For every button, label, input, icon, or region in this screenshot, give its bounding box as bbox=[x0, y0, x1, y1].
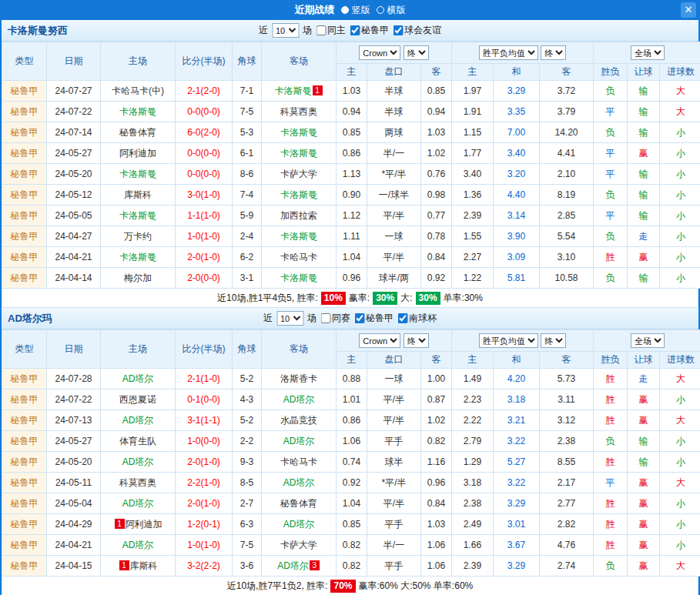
home-team-name: 阿利迪加 bbox=[126, 519, 162, 530]
filter-checkbox[interactable] bbox=[354, 313, 364, 323]
asian-home-odds-cell: 0.82 bbox=[337, 535, 367, 556]
table-row: 秘鲁甲24-07-13AD塔尔3-1(1-1)5-2水晶竞技0.86平/半1.0… bbox=[2, 410, 700, 431]
europe-away-odds-cell: 4.41 bbox=[540, 143, 594, 164]
filter-checkbox[interactable] bbox=[350, 25, 360, 35]
filter-checkbox-label: 南球杯 bbox=[409, 312, 437, 325]
layout-vertical-radio[interactable]: 竖版 bbox=[341, 4, 370, 17]
asian-away-odds-cell: 1.02 bbox=[421, 410, 452, 431]
filter-checkbox-option[interactable]: 南球杯 bbox=[397, 312, 437, 325]
away-team-name: AD塔尔 bbox=[283, 519, 315, 530]
layout-horizontal-radio[interactable]: 横版 bbox=[377, 4, 406, 17]
goals-result-cell: 大 bbox=[660, 369, 700, 389]
col-date: 日期 bbox=[47, 42, 101, 81]
home-team-name: 科莫西奥 bbox=[119, 477, 156, 488]
filter-checkbox-option[interactable]: 同主 bbox=[316, 24, 346, 37]
date-cell: 24-04-14 bbox=[47, 268, 101, 289]
league-cell: 秘鲁甲 bbox=[2, 226, 47, 247]
goals-result-cell: 小 bbox=[660, 535, 700, 556]
europe-home-odds-cell: 3.40 bbox=[452, 164, 494, 185]
scope-select[interactable]: 全场 bbox=[631, 45, 665, 60]
scope-header: 全场 bbox=[594, 330, 700, 352]
goals-result-cell: 大 bbox=[660, 81, 700, 102]
corner-cell: 9-3 bbox=[233, 452, 262, 473]
date-cell: 24-05-20 bbox=[47, 164, 101, 185]
result-cell: 平 bbox=[594, 473, 628, 493]
filter-checkbox-option[interactable]: 秘鲁甲 bbox=[350, 24, 389, 37]
date-cell: 24-05-20 bbox=[47, 452, 101, 473]
filter-checkbox[interactable] bbox=[397, 313, 407, 323]
asian-away-odds-cell: 0.84 bbox=[421, 247, 452, 268]
home-team-name: 卡洛斯曼 bbox=[119, 169, 156, 179]
goals-result-cell: 小 bbox=[660, 164, 700, 185]
red-card-badge: 1 bbox=[115, 519, 125, 529]
goals-result-cell: 小 bbox=[660, 514, 700, 535]
filter-bar: 近10场同赛秘鲁甲南球杯 bbox=[263, 311, 437, 326]
away-team-cell: AD塔尔 bbox=[262, 431, 337, 452]
odds-time-select[interactable]: 终 bbox=[404, 333, 429, 348]
odds-company-select[interactable]: Crown bbox=[359, 333, 400, 348]
corner-cell: 2-4 bbox=[233, 226, 262, 247]
odds-time-select[interactable]: 终 bbox=[404, 45, 429, 60]
col-europe-home: 主 bbox=[452, 64, 494, 81]
home-team-cell: 科莫西奥 bbox=[101, 473, 176, 493]
table-row: 秘鲁甲24-05-12库斯科3-0(1-0)7-4卡洛斯曼0.90一/球半0.9… bbox=[2, 185, 700, 206]
europe-time-select[interactable]: 终 bbox=[541, 45, 566, 60]
col-handicap: 盘口 bbox=[367, 352, 421, 369]
away-team-cell: AD塔尔 bbox=[262, 389, 337, 410]
europe-home-odds-cell: 2.39 bbox=[452, 556, 494, 577]
match-count-select[interactable]: 10 bbox=[276, 311, 303, 326]
europe-away-odds-cell: 2.38 bbox=[540, 431, 594, 452]
handicap-cell: *平/半 bbox=[367, 473, 421, 493]
europe-odds-select[interactable]: 胜平负均值 bbox=[479, 333, 538, 348]
home-team-cell: 1库斯科 bbox=[101, 556, 176, 577]
summary-text: 赢率: bbox=[349, 292, 370, 305]
europe-away-odds-cell: 2.85 bbox=[540, 206, 594, 226]
away-team-name: AD塔尔 bbox=[283, 394, 315, 405]
europe-home-odds-cell: 2.38 bbox=[452, 493, 494, 514]
asian-away-odds-cell: 1.03 bbox=[421, 122, 452, 143]
date-cell: 24-07-13 bbox=[47, 410, 101, 431]
filter-checkbox-label: 同主 bbox=[327, 24, 346, 37]
section-header: 卡洛斯曼努西 近10场同主秘鲁甲球会友谊 bbox=[2, 20, 698, 42]
handicap-result-cell: 输 bbox=[628, 431, 660, 452]
close-icon[interactable]: ✕ bbox=[681, 2, 696, 18]
europe-time-select[interactable]: 终 bbox=[541, 333, 566, 348]
odds-company-select[interactable]: Crown bbox=[359, 45, 400, 60]
europe-home-odds-cell: 1.49 bbox=[452, 369, 494, 389]
europe-odds-select[interactable]: 胜平负均值 bbox=[479, 45, 538, 60]
away-team-cell: 卡洛斯曼 bbox=[262, 122, 337, 143]
europe-home-odds-cell: 1.22 bbox=[452, 268, 494, 289]
europe-away-odds-cell: 3.11 bbox=[540, 389, 594, 410]
table-row: 秘鲁甲24-04-14梅尔加2-0(0-0)3-1卡洛斯曼0.96球半/两0.9… bbox=[2, 268, 700, 289]
goals-result-cell: 小 bbox=[660, 226, 700, 247]
filter-checkbox-option[interactable]: 同赛 bbox=[320, 312, 350, 325]
result-cell: 胜 bbox=[594, 514, 628, 535]
handicap-result-cell: 赢 bbox=[628, 493, 660, 514]
table-row: 秘鲁甲24-07-14秘鲁体育6-0(2-0)5-3卡洛斯曼0.85两球1.03… bbox=[2, 122, 700, 143]
filter-checkbox-option[interactable]: 秘鲁甲 bbox=[354, 312, 394, 325]
table-row: 秘鲁甲24-05-20卡洛斯曼0-0(0-0)8-6卡萨大学1.13*平/半0.… bbox=[2, 164, 700, 185]
summary-text: 近10场,胜7平1负2, 胜率: bbox=[227, 580, 328, 593]
away-team-cell: 卡萨大学 bbox=[262, 535, 337, 556]
filter-checkbox[interactable] bbox=[393, 25, 403, 35]
scope-select[interactable]: 全场 bbox=[631, 333, 665, 348]
handicap-result-cell: 赢 bbox=[628, 143, 660, 164]
handicap-cell: 球半 bbox=[367, 452, 421, 473]
handicap-result-cell: 赢 bbox=[628, 410, 660, 431]
match-count-select[interactable]: 10 bbox=[272, 23, 299, 38]
filter-checkbox-option[interactable]: 球会友谊 bbox=[393, 24, 441, 37]
filter-checkbox[interactable] bbox=[320, 313, 330, 323]
europe-away-odds-cell: 5.54 bbox=[540, 226, 594, 247]
league-cell: 秘鲁甲 bbox=[2, 431, 47, 452]
asian-home-odds-cell: 1.11 bbox=[337, 226, 367, 247]
score-cell: 6-0(2-0) bbox=[176, 122, 233, 143]
filter-checkbox[interactable] bbox=[316, 25, 326, 35]
date-cell: 24-07-28 bbox=[47, 369, 101, 389]
home-team-cell: AD塔尔 bbox=[101, 535, 176, 556]
filter-checkbox-label: 球会友谊 bbox=[404, 24, 441, 37]
result-cell: 胜 bbox=[594, 369, 628, 389]
goals-result-cell: 小 bbox=[660, 452, 700, 473]
away-team-cell: 卡洛斯曼 bbox=[262, 226, 337, 247]
corner-cell: 8-6 bbox=[233, 164, 262, 185]
handicap-result-cell: 赢 bbox=[628, 389, 660, 410]
